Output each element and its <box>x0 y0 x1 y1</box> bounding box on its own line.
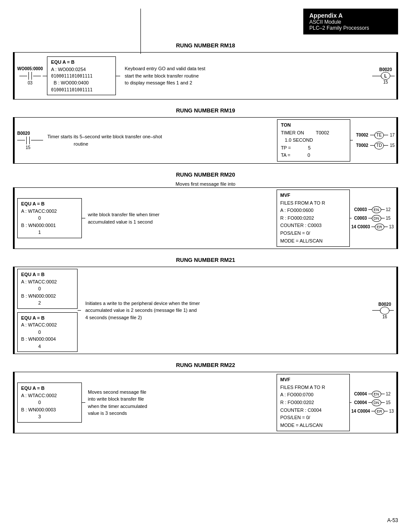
header-box: Appendix A ASCII Module PLC–2 Family Pro… <box>303 9 398 34</box>
equ-rm21-1-b: B : WN000:0002 <box>21 292 74 300</box>
mvf-rm22-l4: COUNTER : C0004 <box>280 407 346 414</box>
coil-rm20-er-addr: 14 C0003 <box>352 224 370 229</box>
mvf-rm20: MVF FILES FROM A TO R A : FO000:0600 R :… <box>277 190 350 247</box>
mvf-rm20-l4: COUNTER : C0003 <box>280 222 346 230</box>
equ-rm21-1-a-val: 0 <box>21 285 74 292</box>
equ-rm21-2-a-val: 0 <box>21 329 74 336</box>
coil-rm18-num: 15 <box>383 80 388 84</box>
equ-rm18-a: A : WO000:0254 <box>51 66 112 73</box>
coil-rm20-dn-num: 15 <box>386 216 391 221</box>
coil-rm19-te-num: 17 <box>390 133 395 137</box>
coil-rm19-td-num: 15 <box>390 143 395 148</box>
mvf-rm20-l2: A : FO000:0600 <box>280 207 346 215</box>
appendix-title: Appendix A <box>309 12 392 19</box>
coil-rm21: B0020 16 <box>376 302 394 319</box>
coil-rm20-dn-addr: C0003 <box>352 216 367 221</box>
equ-rm20-b-val: 1 <box>21 229 78 236</box>
desc-rm19: Timer starts its 5–second write block tr… <box>43 133 277 147</box>
rung-rm19-section: RUNG NUMBER RM19 B0020 15 <box>13 107 398 164</box>
rung-rm22-label: RUNG NUMBER RM22 <box>13 362 398 368</box>
coil-rm21-addr: B0020 <box>378 302 391 307</box>
coils-rm19: T0002 TE 17 T0002 TD <box>353 131 395 149</box>
header-line1: ASCII Module <box>309 19 392 25</box>
rung-rm18-label: RUNG NUMBER RM18 <box>13 42 398 49</box>
coil-rm22-dn-num: 15 <box>386 400 391 405</box>
rung-rm21-label: RUNG NUMBER RM21 <box>13 257 398 263</box>
coil-rm22-er-num: 13 <box>389 409 394 414</box>
equ-rm18-a-val: 0100011101001111 <box>51 73 112 79</box>
contact-rm18: WO005:0000 03 <box>17 66 43 85</box>
rung-rm21-section: RUNG NUMBER RM21 EQU A = B A : WTACC:000… <box>13 257 398 354</box>
equ-rm21-1: EQU A = B A : WTACC:0002 0 B : WN000:000… <box>17 269 78 309</box>
equ-rm20-b: B : WN000:0001 <box>21 222 78 229</box>
coil-rm21-num: 16 <box>382 314 387 319</box>
equ-rm22-b: B : WN000:0003 <box>21 406 78 414</box>
ton-line3: TP = 5 <box>281 144 346 152</box>
coil-rm20-en-addr: C0003 <box>352 207 367 212</box>
equ-rm21-1-a: A : WTACC:0002 <box>21 278 74 286</box>
mvf-rm22-l5: POS/LEN = 0/ <box>280 414 346 422</box>
rung-rm20-section: RUNG NUMBER RM20 Moves first message fil… <box>13 171 398 249</box>
mvf-rm22-l3: R : FO000:0202 <box>280 399 346 407</box>
rung-rm19-label: RUNG NUMBER RM19 <box>13 107 398 114</box>
mvf-rm20-l5: POS/LEN = 0/ <box>280 230 346 237</box>
equ-rm21-2-a: A : WTACC:0002 <box>21 321 74 329</box>
page: Appendix A ASCII Module PLC–2 Family Pro… <box>0 0 411 532</box>
contact-rm19: B0020 15 <box>17 131 39 150</box>
mvf-rm22-l2: A : FO000:0700 <box>280 391 346 399</box>
coils-rm22: C0004 EN 12 C0004 DN <box>352 391 394 415</box>
mvf-rm20-l1: FILES FROM A TO R <box>280 199 346 207</box>
right-rail-rm18 <box>396 53 398 99</box>
mvf-rm22-heading: MVF <box>280 376 346 384</box>
mvf-rm20-heading: MVF <box>280 192 346 199</box>
rung-rm18: WO005:0000 03 EQU A = B A : WO000:0254 <box>13 52 398 100</box>
equ-rm21-1-b-val: 2 <box>21 299 74 307</box>
ton-line2: 1.0 SECOND <box>281 137 346 144</box>
rung-rm21: EQU A = B A : WTACC:0002 0 B : WN000:000… <box>13 267 398 354</box>
connector-rm18-2 <box>116 76 120 76</box>
ton-rm19: TON TIMER ON T0002 1.0 SECOND TP = 5 TA … <box>277 119 350 162</box>
header-line2: PLC–2 Family Processors <box>309 25 392 31</box>
coil-rm18: B0020 L 15 <box>377 67 395 84</box>
equ-rm22-a-val: 0 <box>21 399 78 406</box>
rung-rm20: EQU A = B A : WTACC:0002 0 B : WN000:000… <box>13 187 398 249</box>
coil-rm22-dn-addr: C0004 <box>352 400 367 405</box>
contact-rm18-addr: WO005:0000 <box>17 66 43 71</box>
mvf-rm22: MVF FILES FROM A TO R A : FO000:0700 R :… <box>277 374 350 431</box>
coil-rm20-er-num: 13 <box>389 224 394 229</box>
mvf-rm20-l3: R : FO000:0202 <box>280 215 346 222</box>
rung-rm19: B0020 15 Timer starts its 5–second write… <box>13 117 398 164</box>
ton-line1: TIMER ON T0002 <box>281 129 346 137</box>
right-rail-rm19 <box>396 118 398 163</box>
coil-rm18-addr: B0020 <box>379 67 392 72</box>
equ-rm18-b: B : WO000:0400 <box>51 79 112 87</box>
equ-rm21-2-heading: EQU A = B <box>21 314 74 322</box>
equ-rm22-heading: EQU A = B <box>21 385 78 392</box>
ton-heading: TON <box>281 121 346 129</box>
equ-rm21-2: EQU A = B A : WTACC:0002 0 B : WN000:000… <box>17 312 78 352</box>
equ-rm20-heading: EQU A = B <box>21 200 78 208</box>
page-number: A-53 <box>387 517 398 523</box>
contact-rm18-num: 03 <box>28 81 32 85</box>
mvf-rm22-l6: MODE = ALL/SCAN <box>280 422 346 429</box>
equ-rm21-2-b: B : WN000:0004 <box>21 336 74 343</box>
equ-rm22: EQU A = B A : WTACC:0002 0 B : WN000:000… <box>17 383 82 423</box>
equ-rm20: EQU A = B A : WTACC:0002 0 B : WN000:000… <box>17 198 82 238</box>
rung-rm20-desc-head: Moves first message file into <box>13 181 398 187</box>
rung-rm22-section: RUNG NUMBER RM22 EQU A = B A : WTACC:000… <box>13 362 398 433</box>
equ-rm18: EQU A = B A : WO000:0254 010001110100111… <box>47 56 116 95</box>
connector-rm18-1 <box>43 76 47 76</box>
coil-rm19-td-addr: T0002 <box>353 143 368 148</box>
equ-rm21-2-b-val: 4 <box>21 343 74 350</box>
contact-rm19-addr: B0020 <box>17 131 30 136</box>
mvf-rm22-l1: FILES FROM A TO R <box>280 384 346 392</box>
connector-rm18-3 <box>372 76 377 76</box>
equ-rm21-group: EQU A = B A : WTACC:0002 0 B : WN000:000… <box>17 269 78 352</box>
desc-rm22: Moves second message file into write blo… <box>85 389 277 417</box>
coil-rm22-en-addr: C0004 <box>352 392 367 396</box>
equ-rm20-a: A : WTACC:0002 <box>21 208 78 215</box>
rung-rm18-section: RUNG NUMBER RM18 WO005:0000 03 <box>13 42 398 100</box>
top-vertical-line <box>140 9 141 54</box>
coil-rm20-en-num: 12 <box>386 207 391 212</box>
equ-rm22-a: A : WTACC:0002 <box>21 392 78 399</box>
